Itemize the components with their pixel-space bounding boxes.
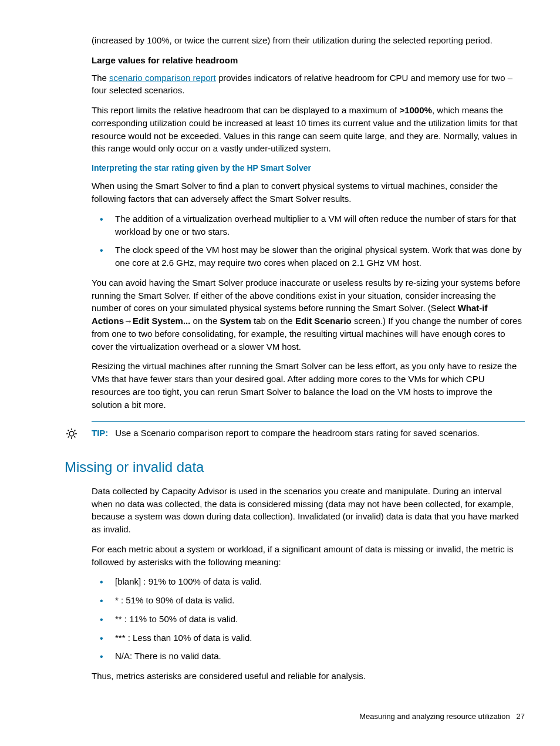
star-p2: You can avoid having the Smart Solver pr… (92, 276, 525, 353)
missing-p1: Data collected by Capacity Advisor is us… (92, 485, 525, 536)
tip-callout: TIP:Use a Scenario comparison report to … (65, 421, 525, 444)
star-p1: When using the Smart Solver to find a pl… (92, 180, 525, 205)
star-p3: Resizing the virtual machines after runn… (92, 360, 525, 411)
missing-p3: Thus, metrics asterisks are considered u… (92, 670, 525, 683)
missing-bullet-list: [blank] : 91% to 100% of data is valid. … (92, 575, 525, 663)
bold-text: Edit Scenario (295, 316, 352, 326)
list-item: The clock speed of the VM host may be sl… (92, 244, 525, 269)
tip-rule (92, 421, 525, 422)
large-values-p2: This report limits the relative headroom… (92, 104, 525, 155)
missing-p2: For each metric about a system or worklo… (92, 543, 525, 569)
tip-text: Use a Scenario comparison report to comp… (115, 428, 479, 438)
list-item: N/A: There is no valid data. (92, 650, 525, 663)
list-item: * : 51% to 90% of data is valid. (92, 594, 525, 607)
large-values-p1: The scenario comparison report provides … (92, 72, 525, 97)
arrow: → (124, 316, 133, 326)
page-number: 27 (517, 712, 525, 721)
star-rating-heading: Interpreting the star rating given by th… (92, 162, 525, 174)
scenario-comparison-link[interactable]: scenario comparison report (109, 73, 216, 83)
list-item: *** : Less than 10% of data is valid. (92, 632, 525, 644)
footer-text: Measuring and analyzing resource utiliza… (359, 712, 510, 721)
missing-data-heading: Missing or invalid data (65, 457, 525, 478)
tip-icon (65, 427, 82, 444)
svg-line-6 (74, 436, 75, 437)
svg-line-5 (68, 430, 69, 431)
text-fragment: This report limits the relative headroom… (92, 105, 399, 115)
svg-line-7 (68, 436, 69, 437)
bold-text: System (220, 316, 251, 326)
page-footer: Measuring and analyzing resource utiliza… (359, 711, 525, 723)
svg-point-0 (69, 431, 74, 436)
large-values-heading: Large values for relative headroom (92, 54, 525, 67)
list-item: ** : 11% to 50% of data is valid. (92, 613, 525, 626)
text-fragment: You can avoid having the Smart Solver pr… (92, 278, 521, 313)
svg-line-8 (74, 430, 75, 431)
intro-paragraph: (increased by 100%, or twice the current… (92, 34, 525, 47)
list-item: [blank] : 91% to 100% of data is valid. (92, 575, 525, 588)
text-fragment: The (92, 73, 109, 83)
bold-text: Edit System... (133, 316, 190, 326)
bold-text: >1000% (399, 105, 431, 115)
text-fragment: on the (190, 316, 220, 326)
star-bullet-list: The addition of a virtualization overhea… (92, 212, 525, 269)
tip-label: TIP: (92, 428, 108, 438)
text-fragment: tab on the (251, 316, 295, 326)
list-item: The addition of a virtualization overhea… (92, 212, 525, 238)
